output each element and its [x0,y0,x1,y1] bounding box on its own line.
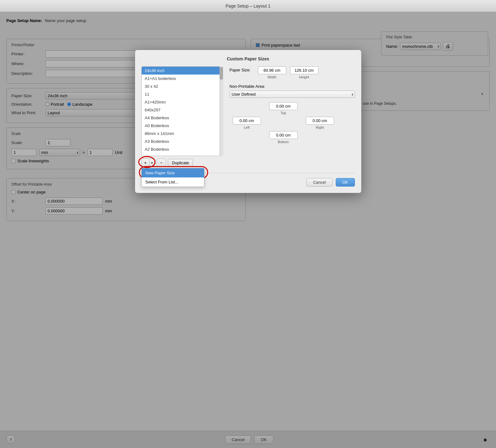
top-label: Top [281,111,286,115]
scrollbar-thumb [220,67,223,80]
add-btn-wrapper: + ▾ [141,159,155,167]
list-item[interactable]: 11 [142,90,219,98]
top-input[interactable] [269,102,298,110]
grid-empty-1 [230,102,264,115]
bottom-input[interactable] [269,131,298,139]
dialog-paper-size-label: Paper Size: [230,66,255,72]
add-btn-group: + ▾ [141,159,155,167]
grid-empty-4 [230,131,264,144]
bottom-input-box: Bottom [266,131,301,144]
bottom-label: Bottom [278,140,289,144]
height-label: Height [299,75,309,79]
list-item[interactable]: 86mm x 141mm [142,130,219,137]
list-item[interactable]: A4 Boderless [142,114,219,122]
add-dropdown-button[interactable]: ▾ [150,159,155,167]
paper-list-scrollbar[interactable] [219,66,223,156]
paper-list-outer: 24x36 inch A1+A1 boderless 30 x 42 11 A1… [141,66,223,156]
dropdown-item-new-paper-size[interactable]: New Paper Size [142,168,204,177]
right-input[interactable] [306,117,334,125]
list-item[interactable]: A1+420mm [142,98,219,106]
paper-list-container: 24x36 inch A1+A1 boderless 30 x 42 11 A1… [141,66,223,167]
custom-paper-dialog-title: Custom Paper Sizes [141,56,355,61]
left-label: Left [244,126,249,129]
dialog-paper-size-row: Paper Size: Width Height [230,66,355,79]
list-item[interactable]: A2 Boderless [142,145,219,153]
custom-paper-dialog: Custom Paper Sizes 24x36 inch A1+A1 bode… [135,50,362,193]
non-printable-select-wrapper[interactable]: User Defined [230,91,355,98]
right-label: Right [316,126,324,129]
paper-list[interactable]: 24x36 inch A1+A1 boderless 30 x 42 11 A1… [141,66,219,156]
title-bar: Page Setup – Layout 1 [0,0,496,12]
width-input[interactable] [258,66,286,74]
duplicate-button[interactable]: Duplicate [168,159,193,167]
list-item[interactable]: A1+A1 boderless [142,75,219,82]
list-item[interactable]: 640x297 [142,106,219,114]
dropdown-item-select-from-list[interactable]: Select From List... [142,177,204,187]
non-printable-select[interactable]: User Defined [230,91,355,98]
non-printable-label: Non-Printable Area: [230,84,355,89]
dialog-body: 24x36 inch A1+A1 boderless 30 x 42 11 A1… [141,66,355,167]
dialog-buttons: Cancel OK [306,178,355,187]
window-title: Page Setup – Layout 1 [225,3,270,8]
list-item[interactable]: A0 Boderless [142,122,219,130]
list-item[interactable]: 30 x 42 [142,82,219,90]
left-input-box: Left [230,117,264,129]
right-input-box: Right [303,117,337,129]
top-input-box: Top [266,102,301,115]
left-input[interactable] [233,117,261,125]
height-input-box: Height [290,66,318,79]
list-item[interactable]: 24x36 inch [142,67,219,75]
width-label: Width [267,75,276,79]
dialog-ok-button[interactable]: OK [336,178,355,187]
grid-empty-5 [303,131,337,144]
add-dropdown-menu: New Paper Size Select From List... [141,168,204,187]
paper-settings: Paper Size: Width Height [230,66,355,167]
height-input[interactable] [290,66,318,74]
add-button[interactable]: + [141,159,150,167]
list-controls: + ▾ − Duplicate [141,159,223,167]
non-printable-section: Non-Printable Area: User Defined [230,84,355,98]
main-dialog: Page Setup Name: Name your page setup Pl… [0,12,496,448]
list-item[interactable]: A3 Boderless [142,137,219,145]
remove-button[interactable]: − [157,159,166,167]
grid-empty-3 [266,117,301,129]
list-item[interactable]: A1 Borderless [142,153,219,156]
modal-overlay: Custom Paper Sizes 24x36 inch A1+A1 bode… [0,12,496,448]
dialog-cancel-button[interactable]: Cancel [306,178,332,187]
margins-grid: Top Left Right [230,102,355,144]
width-input-box: Width [258,66,286,79]
grid-empty-2 [303,102,337,115]
size-input-group: Width Height [258,66,318,79]
